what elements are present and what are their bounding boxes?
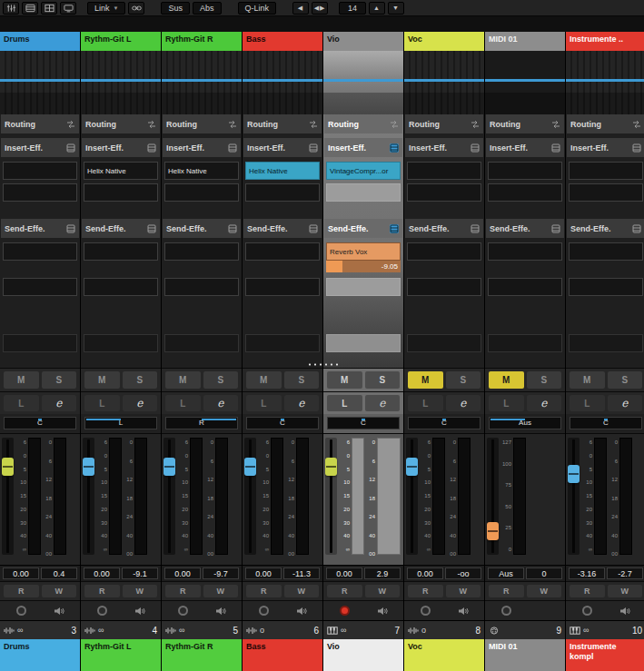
monitor-speaker-icon[interactable]: [458, 607, 469, 616]
abs-button[interactable]: Abs: [193, 2, 222, 15]
monitor-speaker-icon[interactable]: [54, 607, 64, 616]
rack-slot-extra[interactable]: [164, 334, 239, 352]
insert-slot-1[interactable]: VintageCompr...or: [326, 162, 401, 180]
channel-name-strip-bottom[interactable]: Rythm-Git L: [81, 639, 161, 671]
insert-slot-1[interactable]: [569, 162, 643, 180]
pan-control[interactable]: C: [246, 417, 319, 429]
fader-value[interactable]: 0.00: [407, 567, 443, 579]
peak-value[interactable]: -oo: [445, 567, 481, 579]
inserts-rack-icon[interactable]: [390, 143, 399, 153]
routing-header[interactable]: Routing: [243, 114, 322, 133]
listen-button[interactable]: L: [4, 395, 39, 411]
routing-icon[interactable]: [632, 120, 641, 129]
sends-header[interactable]: Send-Effe.: [405, 219, 483, 238]
racks-view-icon[interactable]: [22, 2, 38, 15]
inserts-rack-icon[interactable]: [632, 143, 641, 153]
pan-control[interactable]: C: [327, 417, 400, 429]
insert-slot-1[interactable]: Helix Native: [245, 162, 320, 180]
routing-header[interactable]: Routing: [324, 114, 402, 133]
rack-slot-extra[interactable]: [407, 334, 481, 352]
peak-value[interactable]: -9.1: [122, 567, 158, 579]
sends-header[interactable]: Send-Effe.: [486, 219, 564, 238]
fader-handle[interactable]: [83, 458, 94, 476]
sends-rack-icon[interactable]: [309, 224, 318, 233]
listen-button[interactable]: L: [570, 395, 605, 411]
rack-slot-extra[interactable]: [3, 334, 77, 352]
send-slot-2[interactable]: [407, 278, 481, 296]
listen-button[interactable]: L: [84, 395, 120, 411]
mixer-view-icon[interactable]: [3, 2, 19, 15]
record-arm-button[interactable]: [501, 606, 511, 616]
listen-button[interactable]: L: [327, 395, 362, 411]
channel-name-strip[interactable]: Vio: [323, 32, 403, 51]
fader-track[interactable]: [325, 438, 337, 555]
channel-name-strip-bottom[interactable]: Drums: [0, 639, 80, 671]
automation-read-button[interactable]: R: [4, 585, 39, 597]
routing-header[interactable]: Routing: [405, 114, 483, 133]
monitor-speaker-icon[interactable]: [215, 607, 226, 616]
mute-button[interactable]: M: [489, 371, 524, 389]
channel-name-strip-bottom[interactable]: Voc: [404, 639, 484, 671]
fader-value[interactable]: 0.00: [84, 567, 120, 579]
inserts-header[interactable]: Insert-Eff.: [1, 138, 79, 157]
peak-value[interactable]: 0: [526, 567, 562, 579]
channel-name-strip[interactable]: MIDI 01: [485, 32, 565, 51]
channel-overview[interactable]: [81, 51, 161, 114]
edit-channel-button[interactable]: e: [446, 395, 481, 411]
routing-icon[interactable]: [66, 120, 75, 129]
sends-rack-icon[interactable]: [471, 224, 480, 233]
sends-rack-icon[interactable]: [551, 224, 560, 233]
fader-handle[interactable]: [163, 458, 175, 476]
solo-button[interactable]: S: [608, 371, 643, 389]
fader-value[interactable]: -3.16: [569, 567, 605, 579]
monitor-speaker-icon[interactable]: [296, 607, 307, 616]
fader-value[interactable]: 0.00: [3, 567, 39, 579]
channel-name-strip[interactable]: Bass: [243, 32, 322, 51]
peak-value[interactable]: 2.9: [364, 567, 401, 579]
channel-name-strip[interactable]: Rythm-Git L: [81, 32, 161, 51]
mute-button[interactable]: M: [570, 371, 605, 389]
sends-header[interactable]: Send-Effe.: [567, 219, 644, 238]
solo-button[interactable]: S: [527, 371, 562, 389]
channel-name-strip-bottom[interactable]: Rythm-Git R: [162, 639, 242, 671]
automation-read-button[interactable]: R: [84, 585, 120, 597]
send-slot-1[interactable]: Reverb Vox: [326, 242, 401, 261]
channel-overview[interactable]: [0, 51, 80, 114]
automation-write-button[interactable]: W: [203, 585, 239, 597]
channel-overview[interactable]: [243, 51, 322, 114]
insert-slot-2[interactable]: [164, 183, 239, 202]
routing-icon[interactable]: [228, 120, 237, 129]
fader-value[interactable]: 0.00: [164, 567, 201, 579]
pan-control[interactable]: C: [4, 417, 76, 429]
pan-control[interactable]: L: [84, 417, 157, 429]
pan-control[interactable]: C: [570, 417, 642, 429]
mute-button[interactable]: M: [408, 371, 443, 389]
inserts-rack-icon[interactable]: [309, 143, 318, 153]
rack-slot-extra[interactable]: [84, 334, 158, 352]
automation-read-button[interactable]: R: [246, 585, 282, 597]
rack-slot-extra[interactable]: [326, 334, 401, 352]
sus-button[interactable]: Sus: [161, 2, 190, 15]
inserts-header[interactable]: Insert-Eff.: [324, 138, 402, 157]
routing-header[interactable]: Routing: [567, 114, 644, 133]
sends-header[interactable]: Send-Effe.: [1, 219, 79, 238]
automation-read-button[interactable]: R: [489, 585, 524, 597]
send-slot-2[interactable]: [3, 278, 77, 296]
mute-button[interactable]: M: [84, 371, 120, 389]
routing-icon[interactable]: [147, 120, 156, 129]
mute-button[interactable]: M: [246, 371, 282, 389]
record-arm-button[interactable]: [97, 606, 107, 616]
channel-overview[interactable]: [404, 51, 484, 114]
insert-slot-2[interactable]: [326, 183, 401, 202]
send-slot-2[interactable]: [326, 278, 401, 296]
screen-icon[interactable]: [60, 2, 76, 15]
channel-name-strip[interactable]: Drums: [0, 32, 80, 51]
automation-write-button[interactable]: W: [42, 585, 77, 597]
qlink-button[interactable]: Q-Link: [238, 2, 277, 15]
automation-write-button[interactable]: W: [608, 585, 643, 597]
fader-track[interactable]: [83, 438, 94, 555]
listen-button[interactable]: L: [408, 395, 443, 411]
peak-value[interactable]: -2.7: [607, 567, 643, 579]
record-arm-button[interactable]: [178, 606, 188, 616]
section-divider-handle[interactable]: [307, 363, 338, 366]
